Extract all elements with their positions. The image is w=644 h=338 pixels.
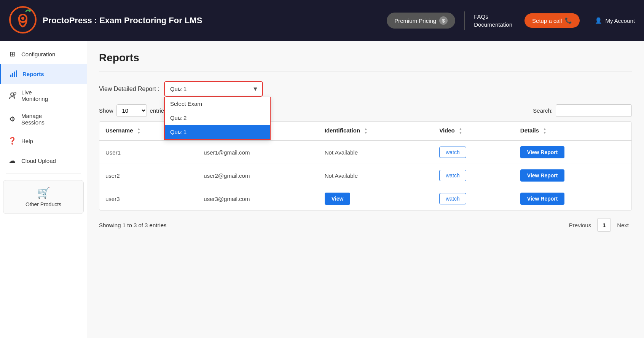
entries-count-select[interactable]: 10 25 50 <box>116 104 147 117</box>
live-monitoring-icon <box>8 91 17 100</box>
sidebar-item-manage-sessions[interactable]: ⚙ ManageSessions <box>0 107 87 131</box>
sidebar: ⊞ Configuration Reports <box>0 41 87 338</box>
page-number-1[interactable]: 1 <box>597 218 611 232</box>
setup-call-button[interactable]: Setup a call 📞 <box>524 13 580 28</box>
cell-video: watch <box>433 187 514 210</box>
exam-select[interactable]: Select Exam Quiz 2 Quiz 1 <box>164 81 263 97</box>
sidebar-item-reports[interactable]: Reports <box>0 64 87 84</box>
svg-rect-6 <box>14 72 15 77</box>
sidebar-item-reports-label: Reports <box>22 71 44 77</box>
cell-identification: View <box>319 187 433 210</box>
main-content: Reports View Detailed Report : Select Ex… <box>87 41 644 338</box>
pagination-row: Showing 1 to 3 of 3 entries Previous 1 N… <box>99 218 632 232</box>
sidebar-item-help-label: Help <box>21 138 33 144</box>
dropdown-open: Select Exam Quiz 2 Quiz 1 <box>164 97 271 140</box>
dropdown-option-quiz1[interactable]: Quiz 1 <box>165 125 270 139</box>
cell-username: user2 <box>99 164 198 187</box>
cell-details: View Report <box>514 187 631 210</box>
account-label: My Account <box>605 18 635 24</box>
sidebar-item-manage-sessions-label: ManageSessions <box>21 113 45 126</box>
show-entries-row: Show 10 25 50 entries <box>99 104 167 117</box>
reports-icon <box>9 69 18 78</box>
col-identification: Identification ▲▼ <box>319 122 433 140</box>
logo <box>9 6 37 35</box>
sidebar-item-cloud-upload[interactable]: ☁ Cloud Upload <box>0 151 87 171</box>
table-row: User1user1@gmail.comNot AvailablewatchVi… <box>99 140 631 164</box>
cell-identification: Not Available <box>319 164 433 187</box>
sidebar-item-help[interactable]: ❓ Help <box>0 131 87 151</box>
cell-email: user1@gmail.com <box>198 140 318 164</box>
cart-icon: 🛒 <box>37 187 50 199</box>
video-sort-icon[interactable]: ▲▼ <box>459 127 462 135</box>
sidebar-item-live-monitoring-label: LiveMonitoring <box>21 89 48 102</box>
setup-call-label: Setup a call <box>532 18 562 24</box>
table-row: user2user2@gmail.comNot AvailablewatchVi… <box>99 164 631 187</box>
sidebar-item-configuration[interactable]: ⊞ Configuration <box>0 44 87 64</box>
exam-dropdown-wrapper: Select Exam Quiz 2 Quiz 1 ▼ Select Exam … <box>164 81 263 97</box>
username-sort-icon[interactable]: ▲▼ <box>137 127 141 135</box>
page-title: Reports <box>99 52 632 64</box>
cell-details: View Report <box>514 140 631 164</box>
show-label: Show <box>99 107 113 114</box>
app-title: ProctoPress : Exam Proctoring For LMS <box>43 16 381 26</box>
details-sort-icon[interactable]: ▲▼ <box>543 127 547 135</box>
other-products-label: Other Products <box>26 201 61 207</box>
cell-video: watch <box>433 164 514 187</box>
sidebar-item-configuration-label: Configuration <box>21 51 55 57</box>
svg-point-8 <box>11 93 14 96</box>
premium-pricing-button[interactable]: Premium Pricing $ <box>387 13 455 29</box>
sidebar-item-live-monitoring[interactable]: LiveMonitoring <box>0 84 87 107</box>
header-links: FAQs Documentation <box>474 13 512 28</box>
other-products-button[interactable]: 🛒 Other Products <box>3 180 84 214</box>
dollar-icon: $ <box>439 16 448 25</box>
manage-sessions-icon: ⚙ <box>8 115 17 124</box>
svg-rect-7 <box>16 70 17 77</box>
premium-label: Premium Pricing <box>394 18 436 24</box>
filter-row: View Detailed Report : Select Exam Quiz … <box>99 81 632 97</box>
view-id-button[interactable]: View <box>325 193 351 205</box>
faqs-link[interactable]: FAQs <box>474 13 512 20</box>
configuration-icon: ⊞ <box>8 49 17 59</box>
dropdown-option-quiz2[interactable]: Quiz 2 <box>165 111 270 125</box>
cell-email: user3@gmail.com <box>198 187 318 210</box>
cell-video: watch <box>433 140 514 164</box>
sidebar-divider <box>6 174 81 174</box>
cell-email: user2@gmail.com <box>198 164 318 187</box>
table-row: user3user3@gmail.comViewwatchView Report <box>99 187 631 210</box>
svg-point-9 <box>14 92 16 94</box>
showing-text: Showing 1 to 3 of 3 entries <box>99 222 167 228</box>
dropdown-option-select-exam[interactable]: Select Exam <box>165 97 270 111</box>
header: ProctoPress : Exam Proctoring For LMS Pr… <box>0 0 644 41</box>
account-user-icon: 👤 <box>595 17 602 24</box>
cloud-upload-icon: ☁ <box>8 156 17 165</box>
my-account-button[interactable]: 👤 My Account <box>595 17 635 24</box>
search-row: Search: <box>533 104 632 117</box>
cell-username: User1 <box>99 140 198 164</box>
layout: ⊞ Configuration Reports <box>0 41 644 338</box>
cell-identification: Not Available <box>319 140 433 164</box>
watch-button[interactable]: watch <box>439 147 466 158</box>
view-report-button[interactable]: View Report <box>520 193 565 205</box>
previous-button[interactable]: Previous <box>566 220 594 230</box>
watch-button[interactable]: watch <box>439 170 466 181</box>
col-details: Details ▲▼ <box>514 122 631 140</box>
header-divider <box>464 11 465 30</box>
cell-details: View Report <box>514 164 631 187</box>
title-divider <box>99 72 632 72</box>
svg-rect-4 <box>10 75 11 77</box>
sidebar-item-cloud-upload-label: Cloud Upload <box>21 158 56 164</box>
filter-label: View Detailed Report : <box>99 86 159 92</box>
watch-button[interactable]: watch <box>439 193 466 204</box>
search-label: Search: <box>533 107 553 114</box>
next-button[interactable]: Next <box>614 220 632 230</box>
view-report-button[interactable]: View Report <box>520 146 565 158</box>
svg-rect-5 <box>12 73 13 77</box>
documentation-link[interactable]: Documentation <box>474 21 512 28</box>
search-input[interactable] <box>556 104 632 117</box>
phone-icon: 📞 <box>565 17 572 24</box>
pagination-controls: Previous 1 Next <box>566 218 632 232</box>
cell-username: user3 <box>99 187 198 210</box>
col-video: Video ▲▼ <box>433 122 514 140</box>
identification-sort-icon[interactable]: ▲▼ <box>364 127 368 135</box>
view-report-button[interactable]: View Report <box>520 169 565 182</box>
